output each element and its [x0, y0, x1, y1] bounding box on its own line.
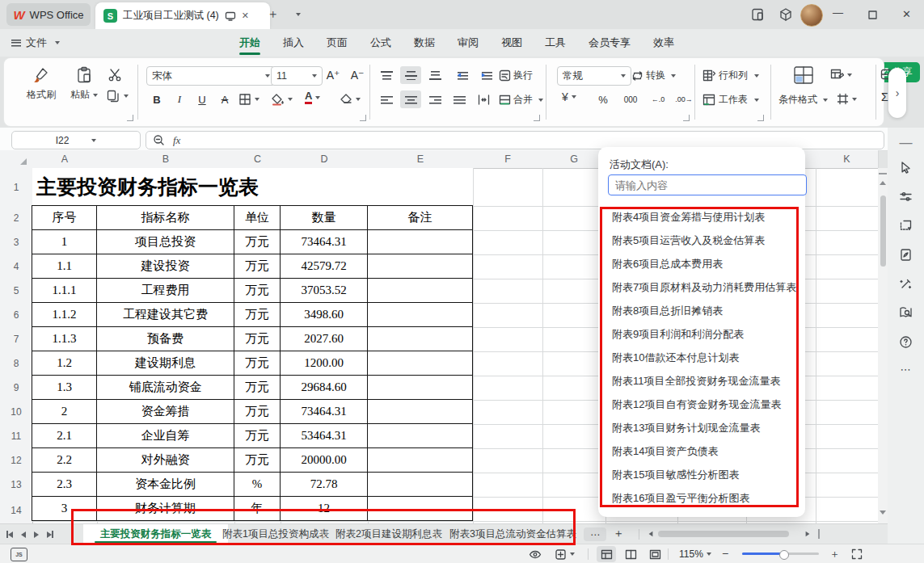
table-style-button[interactable] [830, 69, 852, 82]
row-header-13[interactable]: 13 [0, 473, 33, 498]
popup-item-6[interactable]: 附表9项目利润和利润分配表 [602, 322, 806, 346]
cell-b13[interactable]: 资本金比例 [97, 473, 234, 497]
cell-b9[interactable]: 铺底流动资金 [97, 376, 234, 400]
cell-e8[interactable] [368, 351, 473, 376]
increase-decimal-button[interactable]: ←.0 [648, 90, 669, 108]
tab-review[interactable]: 审阅 [446, 29, 490, 57]
cut-button[interactable] [108, 68, 122, 82]
hscroll-right-icon[interactable] [806, 531, 810, 536]
cell-b6[interactable]: 工程建设其它费 [97, 303, 234, 327]
cell-d13[interactable]: 72.78 [281, 473, 368, 497]
user-avatar[interactable] [800, 4, 823, 27]
cell-e4[interactable] [368, 254, 473, 279]
zoom-level-button[interactable]: 115% [679, 546, 711, 562]
prev-sheet-icon[interactable] [21, 531, 26, 538]
tab-tools[interactable]: 工具 [534, 29, 577, 57]
cell-a5[interactable]: 1.1.1 [32, 279, 97, 303]
cell-b8[interactable]: 建设期利息 [97, 351, 234, 376]
zoom-slider[interactable] [742, 552, 819, 555]
align-right-button[interactable] [424, 90, 445, 108]
col-header-b[interactable]: B [97, 150, 235, 169]
sheet-tab-1[interactable]: 附表1项目总投资构成表 [210, 524, 341, 544]
close-window-icon[interactable]: ✕ [902, 8, 911, 20]
cell-c9[interactable]: 万元 [234, 376, 281, 400]
file-menu[interactable]: 文件 [6, 29, 65, 57]
cell-e10[interactable] [368, 400, 473, 424]
add-sheet-icon[interactable]: ＋ [613, 527, 624, 541]
decrease-indent-button[interactable] [449, 66, 470, 84]
popup-item-13[interactable]: 附表16项目盈亏平衡分析图表 [602, 486, 806, 510]
new-tab-icon[interactable]: ＋ [267, 6, 279, 22]
font-color-button[interactable]: A [305, 90, 320, 104]
horizontal-scroll-thumb[interactable] [658, 531, 789, 537]
popup-item-2[interactable]: 附表5项目运营收入及税金估算表 [602, 229, 806, 252]
col-header-d[interactable]: D [281, 150, 369, 169]
font-name-select[interactable]: 宋体 [146, 66, 276, 86]
more-tools-icon[interactable]: ⋯ [897, 360, 915, 378]
last-sheet-icon[interactable] [47, 531, 53, 538]
row-header-1[interactable]: 1 [0, 168, 33, 207]
cell-e3[interactable] [368, 230, 473, 254]
cell-b14[interactable]: 财务计算期 [97, 497, 234, 521]
maximize-window-icon[interactable] [868, 11, 877, 19]
row-header-11[interactable]: 11 [0, 424, 33, 449]
cursor-select-icon[interactable] [897, 158, 915, 176]
document-tab[interactable]: S 工业项目工业测试 (4) ✕ [95, 2, 270, 29]
cell-e6[interactable] [368, 303, 473, 327]
popup-item-7[interactable]: 附表10借款还本付息计划表 [602, 346, 806, 369]
popup-item-11[interactable]: 附表14项目资产负债表 [602, 439, 806, 463]
row-header-8[interactable]: 8 [0, 351, 33, 376]
autosum-icon[interactable]: Σ [881, 90, 888, 103]
popup-item-5[interactable]: 附表8项目总折旧摊销表 [602, 299, 806, 322]
eraser-button[interactable] [339, 93, 361, 105]
wps-office-home-button[interactable]: W WPS Office [6, 3, 91, 26]
refresh-selection-icon[interactable] [897, 216, 915, 234]
view-normal-button[interactable] [597, 546, 616, 562]
cell-e13[interactable] [368, 473, 473, 497]
cell-d7[interactable]: 2027.60 [281, 327, 368, 351]
cell-a8[interactable]: 1.2 [32, 351, 97, 376]
tab-view[interactable]: 视图 [490, 29, 534, 57]
collapse-sidebar-icon[interactable]: — [897, 134, 915, 152]
increase-indent-button[interactable] [473, 66, 494, 84]
cell-c5[interactable]: 万元 [234, 279, 281, 303]
align-center-button[interactable] [400, 90, 421, 108]
cell-d8[interactable]: 1200.00 [281, 351, 368, 376]
italic-button[interactable]: I [169, 90, 190, 108]
cell-e2[interactable]: 备注 [368, 206, 473, 230]
align-middle-button[interactable] [400, 66, 421, 84]
tools-wand-icon[interactable] [897, 275, 915, 292]
cell-b11[interactable]: 企业自筹 [97, 424, 234, 448]
tab-data[interactable]: 数据 [403, 29, 446, 57]
borders-button[interactable] [238, 93, 259, 106]
cell-b7[interactable]: 预备费 [97, 327, 234, 351]
cell-a4[interactable]: 1.1 [32, 254, 97, 279]
align-left-button[interactable] [376, 90, 397, 108]
tab-page[interactable]: 页面 [315, 29, 359, 57]
cell-c6[interactable]: 万元 [234, 303, 281, 327]
cell-e12[interactable] [368, 448, 473, 473]
copy-button[interactable] [106, 89, 129, 103]
cell-b12[interactable]: 对外融资 [97, 448, 234, 473]
row-header-4[interactable]: 4 [0, 254, 33, 279]
view-split-button[interactable] [621, 546, 640, 562]
cell-b2[interactable]: 指标名称 [97, 206, 234, 230]
first-sheet-icon[interactable] [6, 531, 13, 538]
tab-membership[interactable]: 会员专享 [577, 29, 642, 57]
rows-columns-button[interactable]: 行和列 [702, 69, 759, 82]
help-icon[interactable] [897, 333, 915, 351]
justify-button[interactable] [449, 90, 470, 108]
row-header-9[interactable]: 9 [0, 376, 33, 401]
cell-e9[interactable] [368, 376, 473, 400]
vertical-scroll-thumb[interactable] [880, 195, 886, 267]
cell-mode-button[interactable] [555, 546, 575, 562]
cell-c4[interactable]: 万元 [234, 254, 281, 279]
scroll-down-icon[interactable] [880, 510, 886, 515]
row-header-12[interactable]: 12 [0, 448, 33, 473]
cell-e5[interactable] [368, 279, 473, 303]
cell-d14[interactable]: 12 [281, 497, 368, 521]
popup-item-3[interactable]: 附表6项目总成本费用表 [602, 252, 806, 275]
cell-e7[interactable] [368, 327, 473, 351]
col-header-e[interactable]: E [368, 150, 474, 169]
currency-format-button[interactable]: ¥ [562, 90, 576, 103]
